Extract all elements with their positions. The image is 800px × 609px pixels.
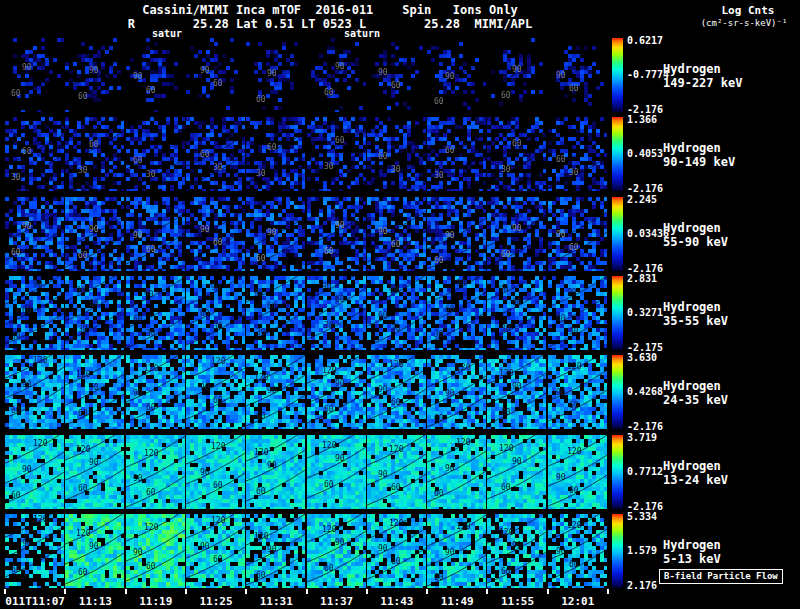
axis-tick (486, 589, 488, 594)
colorbar (612, 117, 623, 191)
spectrogram-panel (427, 117, 486, 191)
spectrogram-panel (548, 276, 607, 350)
species-name: Hydrogen (663, 538, 795, 552)
spectrogram-panel (367, 276, 426, 350)
species-name: Hydrogen (663, 141, 795, 155)
axis-tick (64, 589, 66, 594)
spectrogram-panel (65, 197, 124, 271)
spectrogram-panel (487, 355, 546, 429)
colorbar-max-label: 0.6217 (627, 35, 673, 46)
spectrogram-panel (126, 355, 185, 429)
axis-tick (306, 589, 308, 594)
colorbar-max-label: 5.334 (627, 511, 673, 522)
spectrogram-panel (548, 435, 607, 509)
spectrogram-panel (5, 38, 64, 112)
axis-tick (547, 589, 549, 594)
spectrogram-panel (307, 38, 366, 112)
spectrogram-panel (65, 117, 124, 191)
spectrogram-panel (246, 276, 305, 350)
spectrogram-panel (487, 117, 546, 191)
colorbar (612, 514, 623, 588)
spectrogram-panel (246, 435, 305, 509)
spectrogram-panel (186, 38, 245, 112)
spectrogram-panel (186, 514, 245, 588)
spectrogram-panel (307, 514, 366, 588)
species-name: Hydrogen (663, 379, 795, 393)
colorbar-max-label: 3.630 (627, 352, 673, 363)
axis-tick (4, 589, 6, 594)
spectrogram-panel (548, 38, 607, 112)
spectrogram-panel (65, 38, 124, 112)
spectrogram-panel (367, 117, 426, 191)
spectrogram-panel (126, 435, 185, 509)
axis-tick (185, 589, 187, 594)
spectrogram-panel (186, 197, 245, 271)
spectrogram-panel (246, 117, 305, 191)
spectrogram-panel (548, 514, 607, 588)
colorbar-max-label: 1.366 (627, 114, 673, 125)
spectrogram-panel (5, 435, 64, 509)
spectrogram-panel (487, 197, 546, 271)
colorbar (612, 435, 623, 509)
spectrogram-panel (307, 197, 366, 271)
spectrogram-panel (307, 355, 366, 429)
spectrogram-panel (65, 355, 124, 429)
channel-label: Hydrogen24-35 keV (663, 379, 795, 407)
spectrogram-panel (246, 38, 305, 112)
spectrogram-panel (427, 355, 486, 429)
ephemeris-subtitle: R 25.28 Lat 0.51 LT 0523 L 25.28 MIMI/AP… (0, 17, 660, 31)
spectrogram-panel (487, 435, 546, 509)
colorbar-units: (cm²-sr-s-keV)⁻¹ (688, 18, 800, 28)
energy-range: 24-35 keV (663, 393, 795, 407)
channel-label: Hydrogen55-90 keV (663, 221, 795, 249)
spectrogram-panel (246, 197, 305, 271)
spectrogram-panel (367, 435, 426, 509)
spectrogram-panel (246, 355, 305, 429)
spectrogram-panel (126, 514, 185, 588)
spectrogram-panel (548, 355, 607, 429)
colorbar (612, 355, 623, 429)
spectrogram-panel (487, 276, 546, 350)
spectrogram-panel (186, 355, 245, 429)
channel-label: Hydrogen35-55 keV (663, 300, 795, 328)
colorbar-units-title: Log Cnts (700, 4, 796, 17)
colorbar-max-label: 3.719 (627, 432, 673, 443)
spectrogram-panel (5, 355, 64, 429)
channel-label: Hydrogen13-24 keV (663, 459, 795, 487)
spectrogram-panel (5, 197, 64, 271)
spectrogram-panel (548, 117, 607, 191)
axis-tick (245, 589, 247, 594)
spectrogram-panel (126, 276, 185, 350)
spectrogram-panel (367, 38, 426, 112)
spectrogram-panel (126, 197, 185, 271)
spectrogram-panel (65, 514, 124, 588)
spectrogram-panel (427, 514, 486, 588)
time-tick-label: 12:01 (536, 595, 620, 608)
colorbar-max-label: 2.831 (627, 273, 673, 284)
energy-range: 149-227 keV (663, 76, 795, 90)
energy-range: 35-55 keV (663, 314, 795, 328)
channel-label: Hydrogen90-149 keV (663, 141, 795, 169)
colorbar (612, 276, 623, 350)
spectrogram-panel (548, 197, 607, 271)
page-title: Cassini/MIMI Inca mTOF 2016-011 Spin Ion… (0, 3, 660, 17)
spectrogram-panel (367, 355, 426, 429)
energy-range: 55-90 keV (663, 235, 795, 249)
spectrogram-panel (5, 514, 64, 588)
spectrogram-panel (246, 514, 305, 588)
species-name: Hydrogen (663, 300, 795, 314)
colorbar-max-label: 2.245 (627, 194, 673, 205)
energy-range: 90-149 keV (663, 155, 795, 169)
spectrogram-panel (307, 276, 366, 350)
inca-spectrogram-window: Cassini/MIMI Inca mTOF 2016-011 Spin Ion… (0, 0, 800, 609)
energy-range: 5-13 keV (663, 552, 795, 566)
spectrogram-panel (186, 435, 245, 509)
spectrogram-panel (427, 276, 486, 350)
spectrogram-panel (427, 38, 486, 112)
axis-tick (366, 589, 368, 594)
spectrogram-panel (307, 117, 366, 191)
channel-label: Hydrogen149-227 keV (663, 62, 795, 90)
channel-label: Hydrogen5-13 keV (663, 538, 795, 566)
axis-tick (125, 589, 127, 594)
species-name: Hydrogen (663, 459, 795, 473)
